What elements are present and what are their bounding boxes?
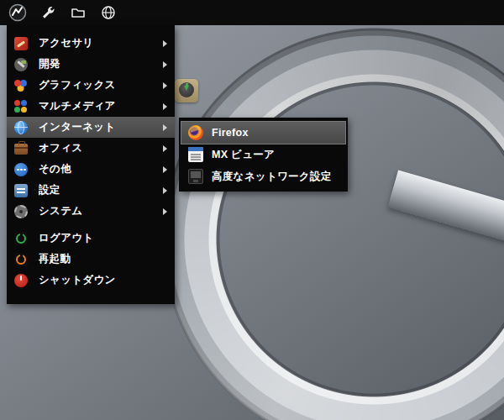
menu-item-label: マルチメディア — [39, 99, 158, 113]
submenu-arrow-icon — [163, 208, 167, 215]
system-icon — [14, 205, 28, 218]
menu-item-office[interactable]: オフィス — [7, 138, 175, 159]
desktop: アクセサリ 開発 グラフィックス マルチメディア インターネット オフィス — [0, 0, 504, 420]
globe-icon — [100, 4, 117, 21]
folder-icon — [70, 4, 87, 21]
menu-item-label: システム — [39, 204, 158, 218]
menu-item-multimedia[interactable]: マルチメディア — [7, 96, 175, 117]
submenu-arrow-icon — [163, 40, 167, 47]
download-arrow-icon — [184, 86, 189, 91]
submenu-arrow-icon — [163, 145, 167, 152]
menu-item-system[interactable]: システム — [7, 201, 175, 222]
submenu-arrow-icon — [163, 187, 167, 194]
menu-separator — [7, 222, 175, 228]
graphics-icon — [14, 79, 28, 92]
menu-item-label: その他 — [39, 162, 158, 176]
menu-item-label: 設定 — [39, 183, 158, 197]
menu-item-restart[interactable]: 再起動 — [7, 249, 175, 270]
app-menu-logo-icon — [8, 3, 27, 22]
file-manager-button[interactable] — [68, 3, 87, 23]
submenu-item-mx-viewer[interactable]: MX ビューア — [181, 144, 345, 165]
menu-item-settings[interactable]: 設定 — [7, 180, 175, 201]
development-icon — [14, 58, 28, 71]
submenu-arrow-icon — [163, 124, 167, 131]
internet-icon — [14, 121, 28, 134]
settings-icon — [14, 184, 28, 197]
accessories-icon — [14, 37, 28, 50]
submenu-arrow-icon — [163, 103, 167, 110]
taskbar — [0, 0, 504, 25]
internet-submenu: Firefox MX ビューア 高度なネットワーク設定 — [179, 118, 348, 192]
menu-item-logout[interactable]: ログアウト — [7, 228, 175, 249]
submenu-item-label: Firefox — [212, 127, 249, 139]
network-settings-icon — [188, 169, 203, 184]
submenu-item-firefox[interactable]: Firefox — [181, 122, 345, 144]
menu-item-label: ログアウト — [39, 231, 167, 245]
firefox-icon — [188, 125, 203, 140]
application-menu: アクセサリ 開発 グラフィックス マルチメディア インターネット オフィス — [7, 25, 175, 304]
menu-item-development[interactable]: 開発 — [7, 54, 175, 75]
package-installer-icon[interactable] — [175, 79, 198, 102]
logout-icon — [14, 232, 28, 245]
submenu-arrow-icon — [163, 61, 167, 68]
other-icon — [14, 163, 28, 176]
submenu-item-label: MX ビューア — [212, 148, 275, 162]
menu-item-internet[interactable]: インターネット — [7, 117, 175, 138]
menu-item-other[interactable]: その他 — [7, 159, 175, 180]
submenu-item-label: 高度なネットワーク設定 — [212, 170, 332, 184]
multimedia-icon — [14, 100, 28, 113]
menu-item-label: グラフィックス — [39, 78, 158, 92]
shutdown-icon — [14, 274, 28, 287]
submenu-item-network-settings[interactable]: 高度なネットワーク設定 — [181, 165, 345, 187]
menu-item-label: シャットダウン — [39, 273, 167, 287]
menu-item-shutdown[interactable]: シャットダウン — [7, 270, 175, 291]
restart-icon — [14, 253, 28, 266]
menu-item-label: インターネット — [39, 120, 158, 134]
browser-button[interactable] — [98, 3, 118, 23]
tools-button[interactable] — [38, 3, 57, 23]
mx-viewer-icon — [188, 147, 203, 162]
menu-item-label: 開発 — [39, 57, 158, 71]
wrench-icon — [39, 4, 56, 21]
office-icon — [14, 144, 28, 155]
menu-item-label: アクセサリ — [39, 36, 158, 50]
submenu-arrow-icon — [163, 166, 167, 173]
menu-item-label: 再起動 — [39, 252, 167, 266]
menu-item-accessories[interactable]: アクセサリ — [7, 33, 175, 54]
app-menu-button[interactable] — [8, 3, 27, 23]
submenu-arrow-icon — [163, 82, 167, 89]
menu-item-label: オフィス — [39, 141, 158, 155]
menu-item-graphics[interactable]: グラフィックス — [7, 75, 175, 96]
